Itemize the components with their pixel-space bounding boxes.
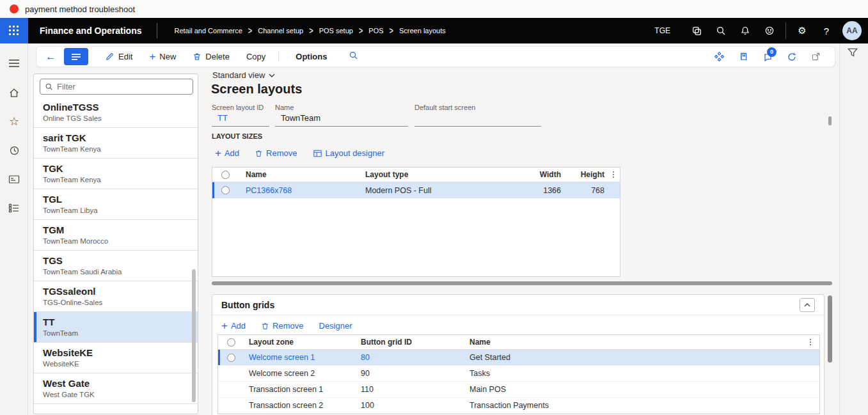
copilot-icon[interactable] bbox=[684, 18, 709, 43]
open-in-new-window-icon[interactable] bbox=[811, 52, 821, 61]
right-rail bbox=[839, 43, 868, 415]
column-header-width[interactable]: Width bbox=[521, 170, 564, 179]
column-header-layout-zone[interactable]: Layout zone bbox=[245, 338, 357, 347]
list-item[interactable]: TGL TownTeam Libya bbox=[34, 189, 198, 220]
hamburger-menu-icon[interactable] bbox=[0, 54, 28, 73]
table-body: PC1366x768 Modern POS - Full 1366 768 bbox=[212, 182, 620, 198]
cell-name[interactable]: PC1366x768 bbox=[242, 186, 361, 195]
feedback-smiley-icon[interactable] bbox=[757, 18, 782, 43]
table-row[interactable]: Transaction screen 2 100 Transaction Pay… bbox=[218, 398, 819, 414]
list-item-title: OnlineTGSS bbox=[43, 102, 189, 113]
home-icon[interactable] bbox=[0, 83, 28, 102]
add-button[interactable]: + Add bbox=[221, 320, 246, 331]
breadcrumb-item[interactable]: POS setup bbox=[319, 27, 353, 35]
select-all-radio[interactable] bbox=[227, 338, 235, 347]
column-header-button-grid-id[interactable]: Button grid ID bbox=[357, 338, 466, 347]
search-icon[interactable] bbox=[709, 18, 733, 43]
table-row[interactable]: Welcome screen 1 80 Get Started bbox=[218, 350, 819, 366]
filter-field[interactable] bbox=[40, 79, 193, 95]
recent-clock-icon[interactable] bbox=[0, 141, 28, 160]
list-item[interactable]: TT TownTeam bbox=[34, 312, 198, 343]
column-options-ellipsis-icon[interactable] bbox=[607, 171, 620, 178]
column-header-height[interactable]: Height bbox=[564, 170, 607, 179]
cell-height: 768 bbox=[564, 186, 607, 195]
list-item[interactable]: OnlineTGSS Online TGS Sales bbox=[34, 97, 198, 128]
chevron-right-icon: > bbox=[309, 26, 313, 36]
breadcrumb-item[interactable]: Retail and Commerce bbox=[174, 27, 242, 35]
notifications-bell-icon[interactable] bbox=[733, 18, 757, 43]
breadcrumb-item-current[interactable]: Screen layouts bbox=[399, 27, 446, 35]
layout-designer-button[interactable]: Layout designer bbox=[313, 148, 385, 158]
filter-input[interactable] bbox=[57, 82, 178, 91]
breadcrumb-item[interactable]: POS bbox=[368, 27, 383, 35]
name-input[interactable]: TownTeam bbox=[275, 113, 408, 127]
cell-layout-zone[interactable]: Transaction screen 2 bbox=[245, 401, 357, 410]
list-item[interactable]: TGK TownTeam Kenya bbox=[34, 159, 198, 189]
help-icon[interactable]: ? bbox=[814, 18, 839, 43]
breadcrumb-item[interactable]: Channel setup bbox=[258, 27, 303, 35]
app-name[interactable]: Finance and Operations bbox=[40, 26, 141, 36]
add-button[interactable]: + Add bbox=[215, 148, 239, 159]
list-item[interactable]: TGSsaleonl TGS-Online-Sales bbox=[34, 281, 198, 312]
pencil-icon bbox=[105, 52, 114, 61]
task-guide-book-icon[interactable] bbox=[739, 52, 748, 62]
table-row[interactable]: Transaction screen 1 110 Main POS bbox=[218, 382, 819, 398]
favorites-star-icon[interactable]: ☆ bbox=[0, 112, 28, 131]
row-radio[interactable] bbox=[221, 186, 230, 194]
copy-button[interactable]: Copy bbox=[246, 52, 265, 61]
refresh-icon[interactable] bbox=[787, 52, 797, 62]
list-item[interactable]: TGM TownTeam Morocco bbox=[34, 220, 198, 251]
workspaces-icon[interactable] bbox=[0, 169, 28, 189]
cell-layout-zone[interactable]: Transaction screen 1 bbox=[245, 385, 357, 394]
button-grids-panel: Button grids + Add Remove Designer Layou… bbox=[212, 294, 825, 415]
settings-gear-icon[interactable]: ⚙ bbox=[790, 18, 814, 43]
column-options-ellipsis-icon[interactable] bbox=[801, 339, 819, 345]
panel-title: Button grids bbox=[221, 300, 274, 310]
lower-pane-scrollbar-thumb[interactable] bbox=[828, 295, 832, 363]
collapse-panel-button[interactable] bbox=[800, 298, 815, 312]
column-header-name[interactable]: Name bbox=[242, 170, 361, 179]
table-row[interactable]: Welcome screen 2 90 Tasks bbox=[218, 366, 819, 382]
toolbar-search-icon[interactable] bbox=[349, 51, 358, 63]
messages-icon[interactable]: 0 bbox=[762, 52, 773, 62]
remove-button[interactable]: Remove bbox=[255, 148, 297, 158]
column-header-name[interactable]: Name bbox=[466, 338, 801, 347]
edit-button[interactable]: Edit bbox=[105, 52, 132, 61]
filter-funnel-icon[interactable] bbox=[847, 47, 858, 60]
default-start-screen-input[interactable] bbox=[414, 113, 541, 127]
avatar[interactable]: AA bbox=[842, 21, 862, 40]
modules-list-icon[interactable] bbox=[0, 198, 28, 217]
power-apps-icon[interactable] bbox=[714, 51, 725, 62]
list-scrollbar-thumb[interactable] bbox=[192, 269, 196, 402]
column-header-layout-type[interactable]: Layout type bbox=[361, 170, 521, 179]
list-item[interactable]: West Gate West Gate TGK bbox=[34, 373, 198, 404]
pane-splitter[interactable] bbox=[212, 281, 832, 285]
list-item-title: West Gate bbox=[43, 378, 189, 389]
screen: payment method troubleshoot Finance and … bbox=[0, 0, 868, 415]
chevron-down-icon bbox=[269, 74, 275, 77]
cell-layout-zone[interactable]: Welcome screen 1 bbox=[245, 353, 357, 362]
cell-button-grid-id: 100 bbox=[357, 401, 466, 410]
list-item[interactable]: sarit TGK TownTeam Kenya bbox=[34, 128, 198, 159]
app-launcher-button[interactable] bbox=[0, 18, 28, 43]
table-row[interactable]: PC1366x768 Modern POS - Full 1366 768 bbox=[212, 182, 620, 198]
form-view-toggle-button[interactable] bbox=[64, 48, 88, 65]
remove-button[interactable]: Remove bbox=[261, 321, 303, 331]
designer-button[interactable]: Designer bbox=[319, 321, 352, 331]
upper-pane-scrollbar-thumb[interactable] bbox=[828, 116, 832, 125]
new-button[interactable]: + New bbox=[149, 51, 176, 62]
screen-layout-id-input[interactable]: TT bbox=[212, 113, 269, 127]
list-item[interactable]: TGS TownTeam Saudi Arabia bbox=[34, 251, 198, 281]
row-radio[interactable] bbox=[227, 354, 235, 362]
cell-layout-zone[interactable]: Welcome screen 2 bbox=[245, 369, 357, 378]
list-item[interactable]: WebsiteKE WebsiteKE bbox=[34, 343, 198, 373]
chevron-right-icon: > bbox=[248, 26, 252, 36]
environment-label[interactable]: TGE bbox=[654, 26, 670, 35]
select-all-radio[interactable] bbox=[221, 171, 230, 179]
back-arrow-icon[interactable]: ← bbox=[45, 51, 56, 62]
button-grids-header: Button grids bbox=[212, 295, 824, 315]
plus-icon: + bbox=[149, 51, 155, 62]
delete-button[interactable]: Delete bbox=[193, 52, 230, 61]
view-selector[interactable]: Standard view bbox=[212, 70, 275, 80]
options-button[interactable]: Options bbox=[296, 52, 327, 61]
